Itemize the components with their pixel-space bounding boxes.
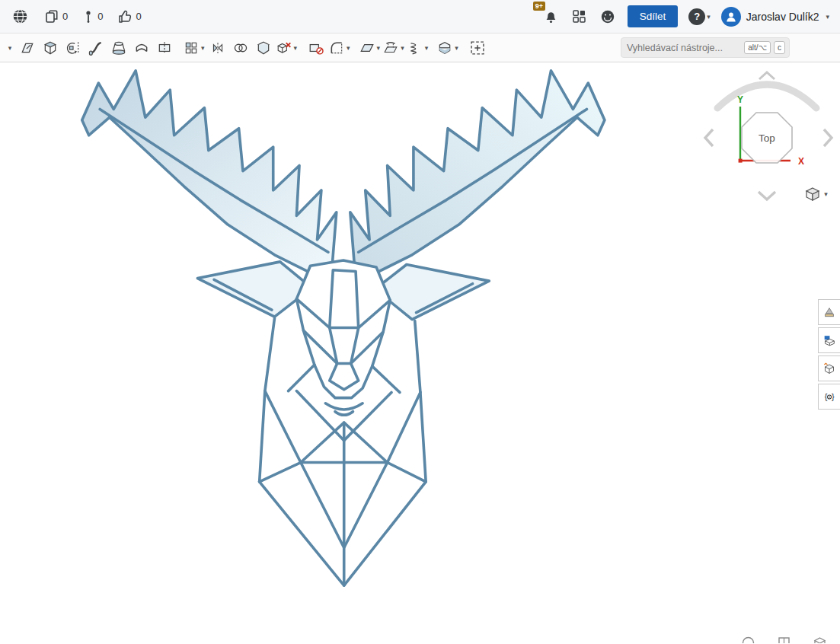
cube-arrows-icon bbox=[823, 362, 835, 376]
origin-marker bbox=[739, 159, 743, 163]
plane-icon bbox=[359, 40, 375, 56]
boolean-icon bbox=[233, 40, 248, 56]
help-circle-icon[interactable] bbox=[742, 636, 755, 643]
earth-icon[interactable] bbox=[11, 7, 30, 26]
share-button[interactable]: Sdílet bbox=[628, 5, 679, 27]
delete-face-tool-button[interactable] bbox=[305, 37, 327, 59]
enclose-icon bbox=[256, 40, 271, 56]
notifications-button[interactable]: 9+ bbox=[542, 8, 560, 26]
section-view-icon bbox=[437, 40, 452, 56]
help-menu[interactable]: ? ▾ bbox=[688, 8, 711, 25]
person-icon bbox=[725, 11, 737, 23]
thicken-tool-button[interactable] bbox=[131, 37, 152, 59]
right-side-panel: { } bbox=[818, 299, 840, 410]
topbar-left-group: 0 0 0 bbox=[11, 7, 142, 26]
like-icon bbox=[118, 10, 132, 24]
versions-counter[interactable]: 0 bbox=[45, 10, 68, 24]
grid-icon[interactable] bbox=[778, 636, 790, 643]
rotate-down-arrow-icon[interactable] bbox=[759, 192, 775, 199]
enclose-tool-button[interactable] bbox=[253, 37, 274, 59]
extrude-tool-button[interactable] bbox=[40, 37, 61, 59]
cube-grid-icon bbox=[823, 333, 835, 348]
shortcut-key-alt: alt/⌥ bbox=[744, 41, 771, 54]
chevron-down-icon: ▾ bbox=[201, 44, 205, 52]
view-options-button[interactable]: ▾ bbox=[798, 183, 835, 206]
loft-icon bbox=[111, 40, 126, 56]
sketch-tool-button[interactable] bbox=[17, 37, 38, 59]
layers-material-icon bbox=[823, 305, 835, 319]
bottom-right-toolbar bbox=[742, 636, 826, 643]
rotate-arc-icon[interactable] bbox=[717, 84, 816, 108]
fillet-icon bbox=[329, 40, 344, 56]
earth-glyph bbox=[12, 8, 28, 24]
apps-grid-button[interactable] bbox=[570, 8, 588, 25]
plane-tool-button[interactable]: ▾ bbox=[359, 37, 382, 59]
chevron-down-icon: ▾ bbox=[455, 44, 458, 52]
braces-gear-icon: { } bbox=[823, 390, 835, 404]
display-states-panel-button[interactable] bbox=[818, 355, 840, 381]
fillet-tool-button[interactable]: ▾ bbox=[328, 37, 351, 59]
community-button[interactable] bbox=[599, 8, 617, 26]
y-axis-label: Y bbox=[737, 94, 743, 105]
linear-pattern-tool-button[interactable]: ▾ bbox=[183, 37, 206, 59]
rotate-up-arrow-icon[interactable] bbox=[759, 72, 775, 79]
project-curve-tool-button[interactable]: ▾ bbox=[382, 37, 405, 59]
like-count: 0 bbox=[136, 11, 141, 22]
frame-tool-button[interactable] bbox=[467, 37, 488, 59]
toolbar-overflow-button[interactable]: ▾ bbox=[3, 37, 15, 59]
sweep-tool-button[interactable] bbox=[85, 37, 107, 59]
chevron-down-icon: ▾ bbox=[294, 44, 298, 52]
cube-icon[interactable] bbox=[813, 636, 826, 643]
delete-part-tool-button[interactable]: ▾ bbox=[276, 37, 299, 59]
chevron-down-icon: ▾ bbox=[425, 44, 429, 52]
revolve-tool-button[interactable] bbox=[62, 37, 84, 59]
top-bar: 0 0 0 9+ bbox=[0, 0, 840, 33]
x-axis-label: X bbox=[798, 156, 804, 167]
appearance-panel-button[interactable] bbox=[818, 327, 840, 353]
search-toolbox[interactable]: alt/⌥ c bbox=[621, 37, 790, 58]
thicken-icon bbox=[134, 40, 149, 56]
split-tool-button[interactable] bbox=[154, 37, 175, 59]
linear-pattern-icon bbox=[184, 40, 199, 56]
split-icon bbox=[157, 40, 172, 56]
user-menu[interactable]: Jaroslav Dulík2 ▾ bbox=[721, 7, 829, 27]
loft-tool-button[interactable] bbox=[108, 37, 129, 59]
notification-badge: 9+ bbox=[533, 2, 545, 11]
follow-icon bbox=[83, 10, 94, 24]
like-counter[interactable]: 0 bbox=[118, 10, 141, 24]
material-panel-button[interactable] bbox=[818, 299, 840, 325]
mirror-tool-button[interactable] bbox=[207, 37, 228, 59]
sketch-icon bbox=[20, 40, 35, 56]
mirror-icon bbox=[210, 40, 225, 56]
delete-part-icon bbox=[276, 40, 292, 56]
svg-text:}: } bbox=[832, 392, 835, 401]
versions-icon bbox=[45, 10, 59, 24]
overflow-chevron-icon: ▾ bbox=[8, 44, 12, 52]
versions-count: 0 bbox=[62, 11, 68, 22]
help-icon: ? bbox=[688, 8, 705, 25]
community-icon bbox=[600, 9, 615, 24]
model-canvas[interactable]: Y X Top ▾ bbox=[0, 62, 840, 643]
chevron-down-icon: ▾ bbox=[824, 190, 828, 198]
rotate-left-arrow-icon[interactable] bbox=[705, 129, 713, 146]
bell-icon bbox=[544, 9, 558, 24]
section-view-tool-button[interactable]: ▾ bbox=[436, 37, 459, 59]
avatar-icon bbox=[721, 7, 741, 27]
follow-count: 0 bbox=[97, 11, 103, 22]
boolean-tool-button[interactable] bbox=[230, 37, 251, 59]
helix-tool-button[interactable]: ▾ bbox=[407, 37, 430, 59]
delete-face-icon bbox=[308, 40, 324, 56]
chevron-down-icon: ▾ bbox=[401, 44, 404, 52]
rotate-right-arrow-icon[interactable] bbox=[824, 129, 832, 146]
variables-panel-button[interactable]: { } bbox=[818, 384, 840, 410]
sweep-icon bbox=[88, 40, 104, 56]
feature-toolbar: ▾ bbox=[0, 33, 840, 62]
follow-counter[interactable]: 0 bbox=[83, 10, 103, 24]
search-input[interactable] bbox=[625, 42, 741, 54]
chevron-down-icon: ▾ bbox=[707, 13, 711, 21]
chevron-down-icon: ▾ bbox=[347, 44, 350, 52]
helix-icon bbox=[407, 40, 423, 56]
topbar-right-group: 9+ Sdílet ? ▾ bbox=[542, 5, 829, 27]
user-name: Jaroslav Dulík2 bbox=[746, 11, 819, 23]
extrude-icon bbox=[43, 40, 58, 56]
